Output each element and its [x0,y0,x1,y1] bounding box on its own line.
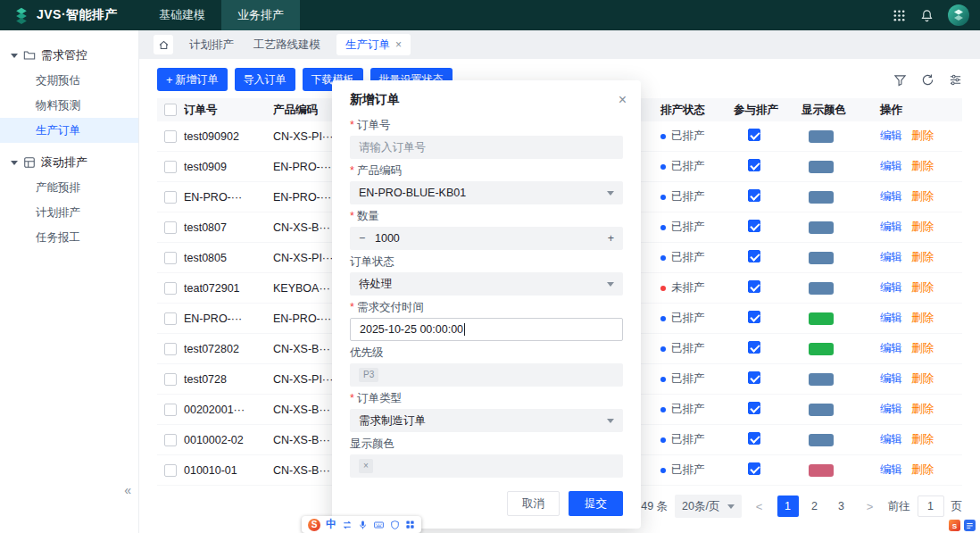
sidebar-item[interactable]: 物料预测 [0,93,138,118]
edit-link[interactable]: 编辑 [880,250,902,265]
tab-active[interactable]: 生产订单× [336,34,411,55]
column-settings-icon[interactable] [949,73,962,87]
edit-link[interactable]: 编辑 [880,341,902,356]
row-checkbox[interactable] [164,464,177,477]
edit-link[interactable]: 编辑 [880,189,902,204]
datetime-input[interactable]: 2025-10-25 00:00:00 [350,318,623,341]
participate-checkbox[interactable] [748,371,760,384]
edit-link[interactable]: 编辑 [880,402,902,417]
page-size-select[interactable]: 20条/页 [675,495,741,518]
edit-link[interactable]: 编辑 [880,159,902,174]
participate-checkbox[interactable] [748,462,760,475]
row-checkbox[interactable] [164,312,177,325]
cancel-button[interactable]: 取消 [507,491,560,516]
sogou-logo-icon[interactable]: S [308,519,320,531]
mic-icon[interactable] [358,520,368,530]
row-checkbox[interactable] [164,282,177,295]
select-input[interactable]: EN-PRO-BLUE-KB01 [350,181,623,204]
delete-link[interactable]: 删除 [911,341,934,356]
edit-link[interactable]: 编辑 [880,371,902,387]
row-checkbox[interactable] [164,404,177,416]
page-number[interactable]: 3 [831,496,852,517]
row-checkbox[interactable] [164,343,177,355]
number-stepper[interactable]: −1000+ [350,227,623,250]
delete-link[interactable]: 删除 [911,250,934,265]
participate-checkbox[interactable] [748,129,760,141]
participate-checkbox[interactable] [748,432,760,445]
plus-button[interactable]: + [608,232,614,245]
submit-button[interactable]: 提交 [569,491,623,516]
row-checkbox[interactable] [164,252,177,264]
delete-link[interactable]: 删除 [911,189,934,204]
ime-mode-toggle[interactable]: 中 [326,517,336,532]
toolbox-icon[interactable] [405,520,415,529]
sogou-tray-icon[interactable]: S [949,520,960,531]
delete-link[interactable]: 删除 [911,311,934,326]
participate-checkbox[interactable] [748,189,760,202]
sidebar-item[interactable]: 计划排产 [0,200,138,225]
keyboard-icon[interactable] [373,520,385,530]
participate-checkbox[interactable] [748,159,760,171]
edit-link[interactable]: 编辑 [880,129,902,144]
select-all-checkbox[interactable] [164,104,177,116]
row-checkbox[interactable] [164,191,177,204]
filter-icon[interactable] [893,73,907,87]
close-icon[interactable]: × [619,93,627,107]
shield-icon[interactable] [390,520,400,530]
participate-checkbox[interactable] [748,341,760,354]
apps-grid-icon[interactable] [893,9,906,22]
bell-icon[interactable] [920,9,934,22]
delete-link[interactable]: 删除 [911,402,934,417]
swap-icon[interactable] [342,520,353,530]
tab-item[interactable]: 工艺路线建模 [250,34,324,55]
top-nav-item[interactable]: 业务排产 [221,0,300,30]
prev-page-button[interactable]: < [749,496,770,517]
sidebar-group[interactable]: 需求管控 [0,43,138,68]
row-checkbox[interactable] [164,434,177,446]
delete-link[interactable]: 删除 [911,371,934,387]
tag-input[interactable]: P3 [350,363,623,387]
sidebar-collapse-button[interactable]: « [124,483,131,497]
edit-link[interactable]: 编辑 [880,280,902,296]
toolbar-button[interactable]: +新增订单 [157,68,228,91]
top-nav-item[interactable]: 基础建模 [143,0,221,30]
tag-input[interactable]: × [350,454,623,478]
edit-link[interactable]: 编辑 [880,220,902,235]
goto-page-input[interactable]: 1 [918,496,944,517]
participate-checkbox[interactable] [748,250,760,262]
select-input[interactable]: 待处理 [350,272,623,296]
text-input[interactable]: 请输入订单号 [350,136,623,159]
sidebar-item[interactable]: 产能预排 [0,175,138,200]
sidebar-group[interactable]: 滚动排产 [0,150,138,175]
user-avatar[interactable] [948,4,969,26]
delete-link[interactable]: 删除 [911,280,934,296]
tab-item[interactable]: 计划排产 [186,34,237,55]
select-input[interactable]: 需求制造订单 [350,409,623,432]
delete-link[interactable]: 删除 [911,159,934,174]
delete-link[interactable]: 删除 [911,462,934,478]
row-checkbox[interactable] [164,373,177,386]
row-checkbox[interactable] [164,161,177,173]
delete-link[interactable]: 删除 [911,432,934,447]
edit-link[interactable]: 编辑 [880,462,902,478]
edit-link[interactable]: 编辑 [880,432,902,447]
delete-link[interactable]: 删除 [911,129,934,144]
page-number[interactable]: 1 [777,496,799,517]
participate-checkbox[interactable] [748,402,760,414]
tab-close-icon[interactable]: × [395,39,402,50]
sidebar-item[interactable]: 任务报工 [0,225,138,250]
participate-checkbox[interactable] [748,220,760,232]
page-number[interactable]: 2 [804,496,826,517]
delete-link[interactable]: 删除 [911,220,934,235]
edit-link[interactable]: 编辑 [880,311,902,326]
row-checkbox[interactable] [164,221,177,234]
row-checkbox[interactable] [164,130,177,143]
toolbar-button[interactable]: 导入订单 [235,68,295,91]
home-tab[interactable] [154,35,173,54]
ime-tray-icon[interactable] [964,520,976,531]
sidebar-item[interactable]: 生产订单 [0,118,138,143]
participate-checkbox[interactable] [748,280,760,293]
next-page-button[interactable]: > [860,496,881,517]
minus-button[interactable]: − [359,232,370,245]
participate-checkbox[interactable] [748,311,760,323]
